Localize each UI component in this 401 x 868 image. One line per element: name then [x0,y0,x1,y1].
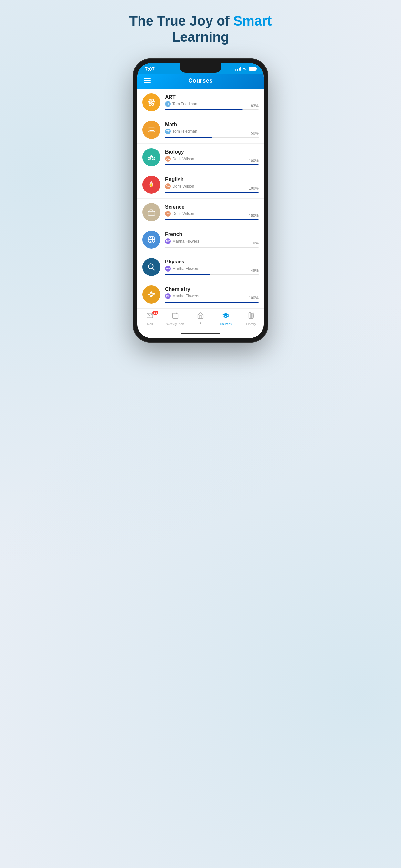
teacher-info: TF Tom Friedman [165,101,258,107]
svg-point-0 [150,101,152,103]
course-info: Physics MF Martha Flowers 48% [165,259,258,275]
teacher-name: Tom Friedman [173,102,197,106]
phone-screen: 7:07 ∿ Courses [137,63,264,338]
course-name: French [165,231,258,237]
progress-bar-bg [165,274,258,275]
status-bar: 7:07 ∿ [137,63,264,73]
teacher-avatar: DW [165,211,171,217]
teacher-avatar: MF [165,238,171,244]
progress-percent: 100% [249,186,258,190]
nav-label: Mail [147,322,153,326]
progress-container: 83% [165,110,258,111]
progress-bar-bg [165,110,258,111]
svg-rect-37 [251,313,253,318]
course-item[interactable]: French MF Martha Flowers 0% [137,226,264,253]
course-info: Math TF Tom Friedman 50% [165,122,258,138]
course-name: English [165,177,258,182]
bottom-nav: 11 Mail Weekly Plan Courses Library [137,308,264,330]
course-icon [143,176,160,194]
course-info: French MF Martha Flowers 0% [165,231,258,248]
course-info: Biology DW Doris Wilson 100% [165,149,258,165]
wifi-icon: ∿ [243,66,247,71]
course-name: Science [165,204,258,210]
nav-item-weekly-plan[interactable]: Weekly Plan [166,312,185,326]
teacher-avatar: MF [165,266,171,272]
teacher-info: MF Martha Flowers [165,293,258,299]
progress-bar-fill [165,164,258,165]
course-name: Chemistry [165,286,258,292]
course-name: Physics [165,259,258,265]
svg-point-20 [148,294,150,295]
progress-bar-bg [165,219,258,220]
progress-bar-fill [165,192,258,193]
nav-item-library[interactable]: Library [242,312,261,326]
svg-line-26 [152,294,153,296]
course-item[interactable]: English DW Doris Wilson 100% [137,171,264,198]
progress-percent: 48% [251,268,258,273]
teacher-info: DW Doris Wilson [165,183,258,189]
course-icon [143,258,160,276]
teacher-avatar: DW [165,183,171,189]
page-headline: The True Joy of Smart Learning [129,13,272,45]
progress-container: 100% [165,192,258,193]
progress-bar-fill [165,274,210,275]
teacher-info: TF Tom Friedman [165,128,258,134]
course-item[interactable]: Physics MF Martha Flowers 48% [137,253,264,281]
course-item[interactable]: Math TF Tom Friedman 50% [137,116,264,144]
svg-line-19 [153,268,155,270]
teacher-name: Tom Friedman [173,129,197,134]
course-name: Math [165,122,258,128]
app-header: Courses [137,73,264,89]
svg-point-23 [151,296,152,297]
home-icon [197,312,204,321]
nav-badge: 11 [152,311,158,314]
progress-percent: 0% [253,241,258,245]
progress-bar-fill [165,137,212,138]
progress-percent: 100% [249,159,258,163]
headline-part2: Learning [172,29,229,44]
teacher-name: Martha Flowers [173,267,199,271]
course-info: Chemistry MF Martha Flowers 100% [165,286,258,303]
teacher-info: MF Martha Flowers [165,238,258,244]
status-icons: ∿ [235,66,256,71]
phone-frame: 7:07 ∿ Courses [133,58,268,343]
progress-container: 100% [165,219,258,220]
course-item[interactable]: Biology DW Doris Wilson 100% [137,144,264,171]
svg-rect-14 [148,211,155,215]
calendar-icon [172,312,179,321]
svg-rect-4 [148,128,155,132]
progress-percent: 100% [249,296,258,300]
course-item[interactable]: Chemistry MF Martha Flowers 100% [137,281,264,308]
courses-list: ART TF Tom Friedman 83% Math TF Tom Frie… [137,89,264,308]
progress-percent: 50% [251,131,258,135]
svg-point-18 [148,264,153,269]
course-item[interactable]: ART TF Tom Friedman 83% [137,89,264,116]
course-item[interactable]: Science DW Doris Wilson 100% [137,198,264,226]
headline-highlight: Smart [234,13,272,28]
teacher-name: Martha Flowers [173,294,199,299]
nav-label: Courses [220,322,232,326]
progress-bar-fill [165,110,243,111]
headline-text: The True Joy of [129,13,233,28]
progress-bar-bg [165,164,258,165]
nav-item-courses[interactable]: Courses [216,312,235,326]
teacher-info: MF Martha Flowers [165,266,258,272]
teacher-avatar: TF [165,128,171,134]
status-time: 7:07 [145,66,155,72]
course-name: ART [165,94,258,100]
progress-container: 48% [165,274,258,275]
progress-bar-fill [165,302,258,303]
nav-item-home[interactable] [191,312,210,326]
progress-bar-fill [165,219,258,220]
progress-container: 0% [165,247,258,248]
signal-icon [235,67,241,71]
nav-label: Weekly Plan [166,322,184,326]
course-info: ART TF Tom Friedman 83% [165,94,258,111]
course-icon [143,121,160,139]
svg-line-25 [152,292,153,293]
menu-button[interactable] [144,79,151,83]
home-bar [181,333,220,334]
nav-item-mail[interactable]: 11 Mail [140,312,159,326]
progress-container: 100% [165,164,258,165]
teacher-name: Martha Flowers [173,239,199,244]
